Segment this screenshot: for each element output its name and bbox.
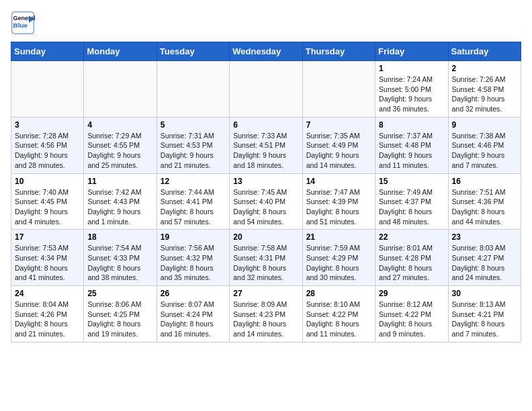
calendar-row: 1Sunrise: 7:24 AM Sunset: 5:00 PM Daylig… xyxy=(11,61,521,118)
day-info: Sunrise: 8:03 AM Sunset: 4:27 PM Dayligh… xyxy=(452,244,506,281)
calendar-cell: 9Sunrise: 7:38 AM Sunset: 4:46 PM Daylig… xyxy=(448,117,521,173)
day-info: Sunrise: 7:59 AM Sunset: 4:29 PM Dayligh… xyxy=(306,244,360,281)
calendar-cell: 2Sunrise: 7:26 AM Sunset: 4:58 PM Daylig… xyxy=(448,61,521,118)
calendar-table: SundayMondayTuesdayWednesdayThursdayFrid… xyxy=(11,42,521,342)
day-number: 28 xyxy=(306,289,371,298)
day-number: 18 xyxy=(87,232,152,242)
day-number: 1 xyxy=(379,64,444,73)
calendar-cell: 10Sunrise: 7:40 AM Sunset: 4:45 PM Dayli… xyxy=(11,173,84,230)
logo-icon: General Blue xyxy=(11,11,35,35)
day-number: 20 xyxy=(233,232,298,242)
day-number: 15 xyxy=(379,177,444,186)
day-number: 26 xyxy=(161,289,226,298)
day-number: 22 xyxy=(379,232,444,242)
calendar-cell: 7Sunrise: 7:35 AM Sunset: 4:49 PM Daylig… xyxy=(302,117,375,173)
weekday-header: Tuesday xyxy=(157,42,229,61)
calendar-cell: 14Sunrise: 7:47 AM Sunset: 4:39 PM Dayli… xyxy=(302,173,375,230)
calendar-cell: 16Sunrise: 7:51 AM Sunset: 4:36 PM Dayli… xyxy=(448,173,521,230)
page-header: General Blue xyxy=(11,11,521,35)
day-info: Sunrise: 7:28 AM Sunset: 4:56 PM Dayligh… xyxy=(15,132,69,169)
day-info: Sunrise: 8:07 AM Sunset: 4:24 PM Dayligh… xyxy=(161,300,214,338)
calendar-cell: 15Sunrise: 7:49 AM Sunset: 4:37 PM Dayli… xyxy=(375,173,448,230)
day-info: Sunrise: 7:38 AM Sunset: 4:46 PM Dayligh… xyxy=(452,132,506,169)
calendar-cell: 8Sunrise: 7:37 AM Sunset: 4:48 PM Daylig… xyxy=(375,117,448,173)
day-info: Sunrise: 7:33 AM Sunset: 4:51 PM Dayligh… xyxy=(233,132,287,169)
day-number: 19 xyxy=(161,232,226,242)
calendar-cell: 13Sunrise: 7:45 AM Sunset: 4:40 PM Dayli… xyxy=(230,173,302,230)
day-info: Sunrise: 7:53 AM Sunset: 4:34 PM Dayligh… xyxy=(15,244,69,281)
calendar-cell xyxy=(230,61,302,118)
calendar-cell: 17Sunrise: 7:53 AM Sunset: 4:34 PM Dayli… xyxy=(11,230,84,286)
calendar-cell: 30Sunrise: 8:13 AM Sunset: 4:21 PM Dayli… xyxy=(448,286,521,342)
calendar-cell xyxy=(84,61,157,118)
logo: General Blue xyxy=(11,11,38,35)
weekday-header: Sunday xyxy=(11,42,84,61)
day-number: 17 xyxy=(15,232,80,242)
calendar-row: 10Sunrise: 7:40 AM Sunset: 4:45 PM Dayli… xyxy=(11,173,521,230)
day-info: Sunrise: 7:42 AM Sunset: 4:43 PM Dayligh… xyxy=(87,188,141,226)
calendar-row: 17Sunrise: 7:53 AM Sunset: 4:34 PM Dayli… xyxy=(11,230,521,286)
day-info: Sunrise: 7:54 AM Sunset: 4:33 PM Dayligh… xyxy=(87,244,141,281)
calendar-cell: 3Sunrise: 7:28 AM Sunset: 4:56 PM Daylig… xyxy=(11,117,84,173)
weekday-header: Friday xyxy=(375,42,448,61)
calendar-cell: 11Sunrise: 7:42 AM Sunset: 4:43 PM Dayli… xyxy=(84,173,157,230)
day-info: Sunrise: 7:58 AM Sunset: 4:31 PM Dayligh… xyxy=(233,244,287,281)
calendar-cell: 25Sunrise: 8:06 AM Sunset: 4:25 PM Dayli… xyxy=(84,286,157,342)
day-number: 3 xyxy=(15,120,80,130)
weekday-header: Monday xyxy=(84,42,157,61)
day-info: Sunrise: 7:40 AM Sunset: 4:45 PM Dayligh… xyxy=(15,188,69,226)
calendar-cell: 28Sunrise: 8:10 AM Sunset: 4:22 PM Dayli… xyxy=(302,286,375,342)
day-info: Sunrise: 7:26 AM Sunset: 4:58 PM Dayligh… xyxy=(452,75,506,113)
calendar-cell: 18Sunrise: 7:54 AM Sunset: 4:33 PM Dayli… xyxy=(84,230,157,286)
day-info: Sunrise: 8:12 AM Sunset: 4:22 PM Dayligh… xyxy=(379,300,433,338)
calendar-cell xyxy=(157,61,229,118)
day-info: Sunrise: 7:44 AM Sunset: 4:41 PM Dayligh… xyxy=(161,188,214,226)
calendar-cell: 1Sunrise: 7:24 AM Sunset: 5:00 PM Daylig… xyxy=(375,61,448,118)
day-number: 4 xyxy=(87,120,152,130)
day-info: Sunrise: 7:47 AM Sunset: 4:39 PM Dayligh… xyxy=(306,188,360,226)
day-info: Sunrise: 7:49 AM Sunset: 4:37 PM Dayligh… xyxy=(379,188,433,226)
day-number: 2 xyxy=(452,64,517,73)
day-info: Sunrise: 7:51 AM Sunset: 4:36 PM Dayligh… xyxy=(452,188,506,226)
day-info: Sunrise: 7:45 AM Sunset: 4:40 PM Dayligh… xyxy=(233,188,287,226)
day-number: 10 xyxy=(15,177,80,186)
calendar-cell: 4Sunrise: 7:29 AM Sunset: 4:55 PM Daylig… xyxy=(84,117,157,173)
day-number: 23 xyxy=(452,232,517,242)
day-info: Sunrise: 8:10 AM Sunset: 4:22 PM Dayligh… xyxy=(306,300,360,338)
day-info: Sunrise: 7:29 AM Sunset: 4:55 PM Dayligh… xyxy=(87,132,141,169)
calendar-cell xyxy=(11,61,84,118)
calendar-cell: 20Sunrise: 7:58 AM Sunset: 4:31 PM Dayli… xyxy=(230,230,302,286)
day-info: Sunrise: 7:35 AM Sunset: 4:49 PM Dayligh… xyxy=(306,132,360,169)
calendar-cell: 23Sunrise: 8:03 AM Sunset: 4:27 PM Dayli… xyxy=(448,230,521,286)
day-number: 21 xyxy=(306,232,371,242)
day-info: Sunrise: 8:04 AM Sunset: 4:26 PM Dayligh… xyxy=(15,300,69,338)
weekday-header: Thursday xyxy=(302,42,375,61)
calendar-cell: 27Sunrise: 8:09 AM Sunset: 4:23 PM Dayli… xyxy=(230,286,302,342)
svg-text:Blue: Blue xyxy=(13,21,28,29)
day-number: 6 xyxy=(233,120,298,130)
day-number: 27 xyxy=(233,289,298,298)
day-number: 16 xyxy=(452,177,517,186)
day-info: Sunrise: 7:31 AM Sunset: 4:53 PM Dayligh… xyxy=(161,132,214,169)
calendar-cell: 12Sunrise: 7:44 AM Sunset: 4:41 PM Dayli… xyxy=(157,173,229,230)
day-number: 29 xyxy=(379,289,444,298)
calendar-cell: 21Sunrise: 7:59 AM Sunset: 4:29 PM Dayli… xyxy=(302,230,375,286)
weekday-header: Wednesday xyxy=(230,42,302,61)
calendar-cell: 6Sunrise: 7:33 AM Sunset: 4:51 PM Daylig… xyxy=(230,117,302,173)
weekday-header: Saturday xyxy=(448,42,521,61)
calendar-header-row: SundayMondayTuesdayWednesdayThursdayFrid… xyxy=(11,42,521,61)
calendar-cell: 26Sunrise: 8:07 AM Sunset: 4:24 PM Dayli… xyxy=(157,286,229,342)
day-info: Sunrise: 7:56 AM Sunset: 4:32 PM Dayligh… xyxy=(161,244,214,281)
day-number: 7 xyxy=(306,120,371,130)
day-number: 11 xyxy=(87,177,152,186)
day-info: Sunrise: 8:01 AM Sunset: 4:28 PM Dayligh… xyxy=(379,244,433,281)
calendar-cell: 24Sunrise: 8:04 AM Sunset: 4:26 PM Dayli… xyxy=(11,286,84,342)
calendar-cell: 5Sunrise: 7:31 AM Sunset: 4:53 PM Daylig… xyxy=(157,117,229,173)
calendar-row: 3Sunrise: 7:28 AM Sunset: 4:56 PM Daylig… xyxy=(11,117,521,173)
day-number: 25 xyxy=(87,289,152,298)
calendar-row: 24Sunrise: 8:04 AM Sunset: 4:26 PM Dayli… xyxy=(11,286,521,342)
day-number: 5 xyxy=(161,120,226,130)
calendar-cell: 22Sunrise: 8:01 AM Sunset: 4:28 PM Dayli… xyxy=(375,230,448,286)
day-number: 8 xyxy=(379,120,444,130)
day-number: 9 xyxy=(452,120,517,130)
